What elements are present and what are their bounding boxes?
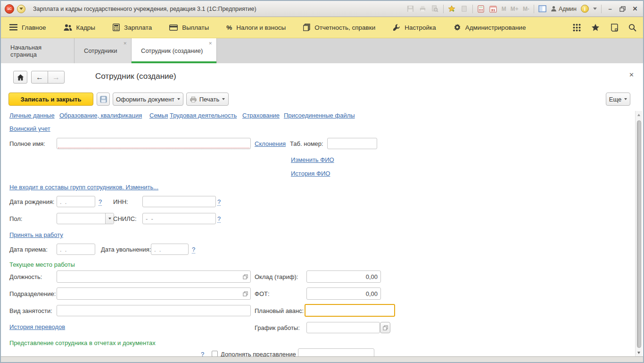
department-field[interactable] (57, 287, 251, 300)
memory-mminus-button[interactable]: M- (523, 6, 529, 12)
hire-date-input[interactable] (57, 244, 95, 255)
main-menu-icon[interactable] (17, 5, 25, 13)
create-document-button[interactable]: Оформить документ (113, 93, 183, 106)
inn-label: ИНН: (113, 198, 128, 205)
home-icon (17, 74, 24, 81)
tab-bar: Начальная страница Сотрудники ✕ Сотрудни… (1, 38, 643, 63)
apps-grid-icon[interactable] (573, 24, 581, 32)
info-caret-icon[interactable] (593, 8, 597, 10)
title-bar: 1С Зарплата и кадры государственного учр… (1, 1, 643, 17)
fire-date-input[interactable] (151, 244, 189, 255)
current-workplace-header: Текущее место работы (9, 261, 75, 268)
link-military-record[interactable]: Воинский учет (9, 125, 50, 132)
schedule-input[interactable] (306, 322, 380, 333)
memory-m-button[interactable]: M (502, 6, 506, 12)
link-declensions[interactable]: Склонения (255, 140, 286, 147)
menu-item-settings[interactable]: Настройка (393, 24, 436, 31)
save-button[interactable] (97, 93, 110, 106)
tab-employees[interactable]: Сотрудники ✕ (74, 38, 132, 63)
section-menu-bar: Главное Кадры Зарплата Выплаты % Налоги … (1, 17, 643, 38)
snils-help-link[interactable]: ? (217, 215, 221, 223)
birth-date-input[interactable] (57, 196, 95, 207)
favorites-star-icon[interactable] (448, 5, 456, 13)
user-badge[interactable]: Админ (551, 6, 577, 12)
tab-close-icon[interactable]: ✕ (123, 42, 127, 46)
menu-item-salary[interactable]: Зарплата (113, 24, 152, 31)
link-transfer-history[interactable]: История переводов (9, 323, 65, 330)
restore-button[interactable] (619, 5, 627, 13)
user-name: Админ (559, 6, 577, 12)
employment-type-input[interactable] (57, 305, 251, 316)
full-name-label: Полное имя: (9, 140, 45, 147)
tab-close-icon[interactable]: ✕ (208, 42, 212, 46)
link-personal-data[interactable]: Личные данные (9, 112, 55, 119)
link-labor-activity[interactable]: Трудовая деятельность (170, 112, 237, 119)
vertical-scrollbar[interactable] (635, 111, 642, 356)
fire-date-help-link[interactable]: ? (192, 246, 195, 253)
home-button[interactable] (13, 71, 27, 84)
form-close-icon[interactable]: ✕ (629, 71, 634, 78)
link-insurance[interactable]: Страхование (242, 112, 280, 119)
minimize-button[interactable]: – (606, 5, 614, 12)
position-field[interactable] (57, 270, 251, 283)
tab-employee-creation[interactable]: Сотрудник (создание) ✕ (132, 38, 217, 63)
hire-date-label: Дата приема: (9, 246, 48, 253)
inn-help-link[interactable]: ? (217, 198, 221, 206)
close-button[interactable]: ✕ (631, 5, 639, 12)
inn-input[interactable] (142, 196, 216, 207)
tab-number-input[interactable] (327, 138, 377, 149)
link-family[interactable]: Семья (149, 112, 168, 119)
more-button[interactable]: Еще (606, 93, 630, 106)
fire-date-label: Дата увольнения: (101, 246, 151, 253)
gender-select[interactable] (57, 213, 114, 224)
snils-label: СНИЛС: (113, 215, 137, 222)
supplement-input[interactable] (298, 348, 374, 356)
percent-icon: % (226, 24, 232, 31)
favorites-icon[interactable] (591, 24, 600, 32)
split-panel-icon[interactable] (538, 5, 546, 13)
calculator-icon[interactable] (477, 5, 485, 13)
supplement-checkbox[interactable] (212, 351, 218, 356)
menu-item-hr[interactable]: Кадры (64, 24, 95, 31)
menu-item-reports[interactable]: Отчетность, справки (303, 24, 375, 31)
supplement-help-link[interactable]: ? (201, 351, 204, 356)
forward-button[interactable]: → (48, 71, 65, 84)
salary-input[interactable] (306, 270, 381, 283)
menu-item-payments[interactable]: Выплаты (169, 24, 209, 31)
documents-icon (303, 24, 310, 31)
gender-dropdown-button[interactable] (105, 213, 114, 224)
tab-number-label: Таб. номер: (290, 140, 323, 147)
back-button[interactable]: ← (31, 71, 48, 84)
link-attached-files[interactable]: Присоединенные файлы (284, 112, 355, 119)
snils-input[interactable] (142, 213, 216, 224)
schedule-label: График работы: (255, 324, 300, 331)
schedule-choose-button[interactable] (380, 322, 390, 333)
history-icon[interactable] (610, 24, 618, 32)
link-education[interactable]: Образование, квалификация (59, 112, 142, 119)
menu-item-main[interactable]: Главное (9, 24, 46, 31)
scrollbar-thumb[interactable] (637, 120, 641, 348)
required-marker (58, 148, 249, 148)
department-choose-icon[interactable] (241, 289, 249, 298)
scroll-down-icon[interactable] (637, 352, 640, 354)
tab-home-page[interactable]: Начальная страница (1, 38, 74, 63)
calendar-icon[interactable]: 31 (489, 5, 497, 13)
position-choose-icon[interactable] (241, 272, 249, 281)
1c-logo-icon[interactable]: 1С (5, 4, 14, 14)
link-employee-groups[interactable]: Не входит в составы групп сотрудников. И… (9, 184, 158, 191)
memory-mplus-button[interactable]: M+ (511, 6, 519, 12)
fot-input[interactable] (306, 287, 381, 300)
link-history-fio[interactable]: История ФИО (291, 170, 330, 177)
link-change-fio[interactable]: Изменить ФИО (291, 156, 334, 163)
save-and-close-button[interactable]: Записать и закрыть (8, 93, 93, 106)
print-button[interactable]: Печать (186, 93, 229, 106)
scroll-up-icon[interactable] (637, 114, 640, 116)
link-hire[interactable]: Принять на работу (9, 231, 63, 238)
birth-date-help-link[interactable]: ? (99, 198, 102, 206)
menu-item-administration[interactable]: Администрирование (454, 24, 526, 31)
employment-type-label: Вид занятости: (9, 307, 52, 314)
search-icon[interactable] (628, 24, 636, 32)
planned-advance-input[interactable] (305, 304, 395, 317)
info-icon[interactable]: i (581, 5, 589, 13)
menu-item-taxes[interactable]: % Налоги и взносы (226, 24, 286, 31)
